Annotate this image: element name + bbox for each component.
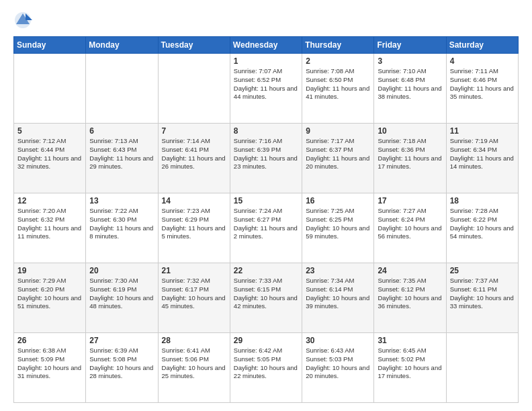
cell-content: Sunrise: 7:29 AM Sunset: 6:20 PM Dayligh… — [17, 277, 82, 311]
calendar-cell: 17Sunrise: 7:27 AM Sunset: 6:24 PM Dayli… — [374, 193, 446, 263]
calendar-week-5: 26Sunrise: 6:38 AM Sunset: 5:09 PM Dayli… — [14, 333, 519, 403]
day-number: 25 — [450, 266, 515, 275]
day-number: 3 — [378, 56, 442, 66]
col-header-monday: Monday — [86, 37, 158, 54]
logo-icon — [13, 11, 32, 30]
day-number: 14 — [162, 196, 226, 205]
cell-content: Sunrise: 7:13 AM Sunset: 6:43 PM Dayligh… — [89, 137, 154, 171]
day-number: 15 — [234, 196, 298, 205]
day-number: 20 — [89, 266, 154, 275]
calendar-week-3: 12Sunrise: 7:20 AM Sunset: 6:32 PM Dayli… — [14, 193, 519, 263]
col-header-tuesday: Tuesday — [158, 37, 230, 54]
calendar-cell: 24Sunrise: 7:35 AM Sunset: 6:12 PM Dayli… — [374, 263, 446, 333]
day-number: 30 — [306, 336, 370, 345]
day-number: 2 — [306, 56, 370, 66]
cell-content: Sunrise: 7:14 AM Sunset: 6:41 PM Dayligh… — [162, 137, 226, 171]
cell-content: Sunrise: 7:17 AM Sunset: 6:37 PM Dayligh… — [306, 137, 370, 171]
cell-content: Sunrise: 6:42 AM Sunset: 5:05 PM Dayligh… — [234, 347, 298, 381]
calendar-cell: 7Sunrise: 7:14 AM Sunset: 6:41 PM Daylig… — [158, 124, 230, 193]
calendar-cell: 6Sunrise: 7:13 AM Sunset: 6:43 PM Daylig… — [86, 124, 158, 193]
calendar-cell: 21Sunrise: 7:32 AM Sunset: 6:17 PM Dayli… — [158, 263, 230, 333]
day-number: 9 — [306, 126, 370, 136]
day-number: 19 — [17, 266, 82, 275]
page: SundayMondayTuesdayWednesdayThursdayFrid… — [0, 0, 532, 411]
calendar-cell — [86, 54, 158, 124]
day-number: 22 — [234, 266, 298, 275]
day-number: 24 — [378, 266, 442, 275]
calendar-week-2: 5Sunrise: 7:12 AM Sunset: 6:44 PM Daylig… — [14, 124, 519, 193]
cell-content: Sunrise: 7:37 AM Sunset: 6:11 PM Dayligh… — [450, 277, 515, 311]
calendar-cell: 14Sunrise: 7:23 AM Sunset: 6:29 PM Dayli… — [158, 193, 230, 263]
calendar-cell: 13Sunrise: 7:22 AM Sunset: 6:30 PM Dayli… — [86, 193, 158, 263]
calendar-cell: 15Sunrise: 7:24 AM Sunset: 6:27 PM Dayli… — [230, 193, 302, 263]
calendar-cell: 4Sunrise: 7:11 AM Sunset: 6:46 PM Daylig… — [446, 54, 518, 124]
day-number: 8 — [234, 126, 298, 136]
logo — [13, 11, 35, 30]
cell-content: Sunrise: 7:20 AM Sunset: 6:32 PM Dayligh… — [17, 207, 82, 241]
calendar-cell: 28Sunrise: 6:41 AM Sunset: 5:06 PM Dayli… — [158, 333, 230, 403]
day-number: 10 — [378, 126, 442, 136]
day-number: 29 — [234, 336, 298, 345]
calendar-cell: 30Sunrise: 6:43 AM Sunset: 5:03 PM Dayli… — [302, 333, 374, 403]
calendar-cell: 1Sunrise: 7:07 AM Sunset: 6:52 PM Daylig… — [230, 54, 302, 124]
calendar-cell: 31Sunrise: 6:45 AM Sunset: 5:02 PM Dayli… — [374, 333, 446, 403]
day-number: 4 — [450, 56, 515, 66]
day-number: 6 — [89, 126, 154, 136]
cell-content: Sunrise: 7:25 AM Sunset: 6:25 PM Dayligh… — [306, 207, 370, 241]
col-header-sunday: Sunday — [14, 37, 86, 54]
day-number: 31 — [378, 336, 442, 345]
calendar-week-4: 19Sunrise: 7:29 AM Sunset: 6:20 PM Dayli… — [14, 263, 519, 333]
day-number: 1 — [234, 56, 298, 66]
calendar-cell: 12Sunrise: 7:20 AM Sunset: 6:32 PM Dayli… — [14, 193, 86, 263]
calendar-cell: 20Sunrise: 7:30 AM Sunset: 6:19 PM Dayli… — [86, 263, 158, 333]
day-number: 27 — [89, 336, 154, 345]
calendar-cell: 27Sunrise: 6:39 AM Sunset: 5:08 PM Dayli… — [86, 333, 158, 403]
calendar-cell: 9Sunrise: 7:17 AM Sunset: 6:37 PM Daylig… — [302, 124, 374, 193]
calendar-cell: 22Sunrise: 7:33 AM Sunset: 6:15 PM Dayli… — [230, 263, 302, 333]
calendar-cell: 19Sunrise: 7:29 AM Sunset: 6:20 PM Dayli… — [14, 263, 86, 333]
calendar-cell — [14, 54, 86, 124]
cell-content: Sunrise: 7:11 AM Sunset: 6:46 PM Dayligh… — [450, 67, 515, 101]
calendar-cell: 3Sunrise: 7:10 AM Sunset: 6:48 PM Daylig… — [374, 54, 446, 124]
calendar-cell: 8Sunrise: 7:16 AM Sunset: 6:39 PM Daylig… — [230, 124, 302, 193]
cell-content: Sunrise: 6:43 AM Sunset: 5:03 PM Dayligh… — [306, 347, 370, 381]
col-header-thursday: Thursday — [302, 37, 374, 54]
calendar-cell: 23Sunrise: 7:34 AM Sunset: 6:14 PM Dayli… — [302, 263, 374, 333]
day-number: 11 — [450, 126, 515, 136]
calendar-cell: 26Sunrise: 6:38 AM Sunset: 5:09 PM Dayli… — [14, 333, 86, 403]
col-header-wednesday: Wednesday — [230, 37, 302, 54]
calendar-table: SundayMondayTuesdayWednesdayThursdayFrid… — [13, 36, 519, 403]
cell-content: Sunrise: 7:10 AM Sunset: 6:48 PM Dayligh… — [378, 67, 442, 101]
day-number: 17 — [378, 196, 442, 205]
col-header-friday: Friday — [374, 37, 446, 54]
cell-content: Sunrise: 7:34 AM Sunset: 6:14 PM Dayligh… — [306, 277, 370, 311]
calendar-cell: 29Sunrise: 6:42 AM Sunset: 5:05 PM Dayli… — [230, 333, 302, 403]
day-number: 26 — [17, 336, 82, 345]
cell-content: Sunrise: 6:41 AM Sunset: 5:06 PM Dayligh… — [162, 347, 226, 381]
header — [13, 11, 519, 30]
cell-content: Sunrise: 7:08 AM Sunset: 6:50 PM Dayligh… — [306, 67, 370, 101]
calendar-cell: 16Sunrise: 7:25 AM Sunset: 6:25 PM Dayli… — [302, 193, 374, 263]
cell-content: Sunrise: 7:22 AM Sunset: 6:30 PM Dayligh… — [89, 207, 154, 241]
cell-content: Sunrise: 7:30 AM Sunset: 6:19 PM Dayligh… — [89, 277, 154, 311]
day-number: 18 — [450, 196, 515, 205]
cell-content: Sunrise: 7:33 AM Sunset: 6:15 PM Dayligh… — [234, 277, 298, 311]
cell-content: Sunrise: 7:35 AM Sunset: 6:12 PM Dayligh… — [378, 277, 442, 311]
calendar-cell: 5Sunrise: 7:12 AM Sunset: 6:44 PM Daylig… — [14, 124, 86, 193]
col-header-saturday: Saturday — [446, 37, 518, 54]
cell-content: Sunrise: 7:24 AM Sunset: 6:27 PM Dayligh… — [234, 207, 298, 241]
calendar-cell: 18Sunrise: 7:28 AM Sunset: 6:22 PM Dayli… — [446, 193, 518, 263]
cell-content: Sunrise: 6:38 AM Sunset: 5:09 PM Dayligh… — [17, 347, 82, 381]
svg-marker-2 — [26, 13, 32, 20]
calendar-cell: 11Sunrise: 7:19 AM Sunset: 6:34 PM Dayli… — [446, 124, 518, 193]
day-number: 21 — [162, 266, 226, 275]
cell-content: Sunrise: 6:45 AM Sunset: 5:02 PM Dayligh… — [378, 347, 442, 381]
calendar-cell — [158, 54, 230, 124]
cell-content: Sunrise: 7:19 AM Sunset: 6:34 PM Dayligh… — [450, 137, 515, 171]
calendar-week-1: 1Sunrise: 7:07 AM Sunset: 6:52 PM Daylig… — [14, 54, 519, 124]
day-number: 7 — [162, 126, 226, 136]
day-number: 5 — [17, 126, 82, 136]
cell-content: Sunrise: 7:32 AM Sunset: 6:17 PM Dayligh… — [162, 277, 226, 311]
day-number: 23 — [306, 266, 370, 275]
day-number: 13 — [89, 196, 154, 205]
